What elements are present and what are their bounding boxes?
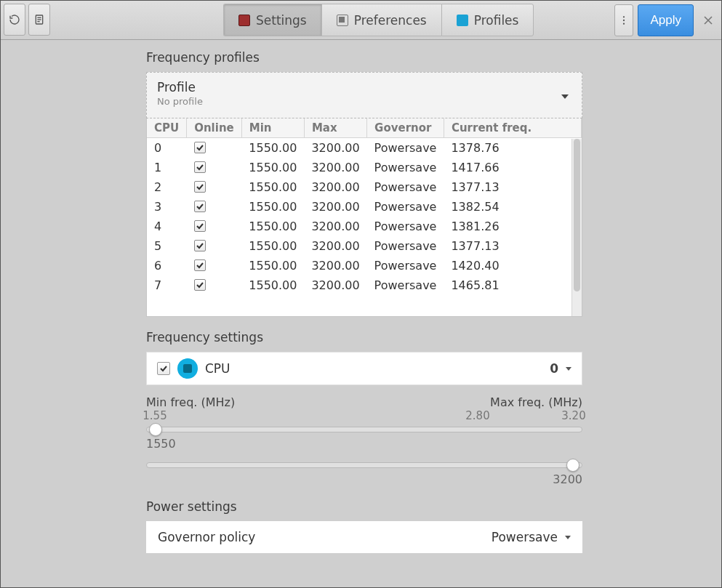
cell-max: 3200.00: [304, 256, 366, 275]
tab-label: Settings: [256, 13, 307, 28]
cpu-table-container: CPU Online Min Max Governor Current freq…: [146, 118, 582, 317]
check-icon: [196, 143, 204, 152]
check-icon: [196, 281, 204, 289]
cell-governor: Powersave: [367, 197, 444, 217]
col-cpu[interactable]: CPU: [147, 118, 187, 138]
cell-current: 1381.26: [444, 217, 581, 236]
notes-icon: [33, 14, 45, 25]
governor-policy-value: Powersave: [492, 530, 558, 544]
toolbar: Settings Preferences Profiles Apply: [1, 1, 721, 40]
cpu-spin-selector[interactable]: 0: [550, 361, 571, 376]
profiles-tab-icon: [457, 15, 468, 26]
min-freq-slider[interactable]: [146, 427, 582, 432]
enable-cpu-checkbox[interactable]: [157, 362, 170, 375]
online-checkbox[interactable]: [194, 240, 206, 251]
online-checkbox[interactable]: [194, 181, 206, 193]
profile-selector-value: No profile: [157, 96, 571, 107]
cell-online: [187, 177, 242, 197]
cell-min: 1550.00: [241, 177, 304, 197]
cell-min: 1550.00: [241, 197, 304, 217]
table-scrollbar[interactable]: [571, 139, 582, 316]
chevron-down-icon: [565, 536, 571, 539]
col-online[interactable]: Online: [187, 118, 242, 138]
cell-current: 1377.13: [444, 236, 581, 256]
col-max[interactable]: Max: [304, 118, 366, 138]
cpu-selector-row: CPU 0: [146, 352, 582, 385]
profile-selector[interactable]: Profile No profile: [146, 72, 582, 118]
col-min[interactable]: Min: [241, 118, 304, 138]
table-row[interactable]: 51550.003200.00Powersave1377.13: [147, 236, 582, 256]
cell-online: [187, 217, 242, 236]
cell-max: 3200.00: [304, 217, 366, 236]
cell-cpu: 1: [147, 158, 187, 177]
max-freq-slider[interactable]: [146, 462, 582, 468]
table-row[interactable]: 61550.003200.00Powersave1420.40: [147, 256, 582, 275]
cell-cpu: 6: [147, 256, 187, 275]
tab-profiles[interactable]: Profiles: [441, 4, 534, 36]
check-icon: [196, 222, 204, 230]
table-row[interactable]: 11550.003200.00Powersave1417.66: [147, 158, 582, 177]
cell-online: [187, 138, 242, 158]
tab-label: Preferences: [354, 13, 427, 28]
governor-policy-select[interactable]: Powersave: [492, 530, 571, 544]
min-freq-slider-thumb[interactable]: [149, 423, 162, 436]
table-row[interactable]: 01550.003200.00Powersave1378.76: [147, 138, 582, 158]
table-row[interactable]: 31550.003200.00Powersave1382.54: [147, 197, 582, 217]
section-title-frequency-profiles: Frequency profiles: [146, 50, 582, 65]
tick-mid: 2.80: [465, 409, 489, 422]
online-checkbox[interactable]: [194, 161, 206, 173]
cell-min: 1550.00: [241, 138, 304, 158]
tick-min: 1.55: [143, 409, 167, 422]
online-checkbox[interactable]: [194, 142, 206, 153]
table-row[interactable]: 71550.003200.00Powersave1465.81: [147, 275, 582, 295]
cell-min: 1550.00: [241, 236, 304, 256]
col-governor[interactable]: Governor: [367, 118, 444, 138]
cpu-spin-value: 0: [550, 361, 558, 376]
check-icon: [196, 241, 204, 250]
refresh-icon: [9, 14, 20, 25]
profile-selector-label: Profile: [157, 80, 571, 94]
max-freq-slider-thumb[interactable]: [566, 459, 579, 472]
online-checkbox[interactable]: [194, 279, 206, 291]
cell-min: 1550.00: [241, 256, 304, 275]
cell-cpu: 5: [147, 236, 187, 256]
check-icon: [196, 261, 204, 270]
tab-preferences[interactable]: Preferences: [321, 4, 441, 36]
online-checkbox[interactable]: [194, 201, 206, 212]
notes-button[interactable]: [28, 4, 50, 36]
cell-current: 1417.66: [444, 158, 581, 177]
main-tabs: Settings Preferences Profiles: [223, 4, 534, 36]
cell-online: [187, 236, 242, 256]
max-freq-label: Max freq. (MHz): [490, 395, 582, 409]
col-current[interactable]: Current freq.: [444, 118, 581, 138]
cell-min: 1550.00: [241, 158, 304, 177]
cell-cpu: 2: [147, 177, 187, 197]
cell-governor: Powersave: [367, 256, 444, 275]
cell-governor: Powersave: [367, 158, 444, 177]
cpu-selector-label: CPU: [205, 361, 230, 376]
apply-button[interactable]: Apply: [638, 4, 694, 36]
cell-governor: Powersave: [367, 217, 444, 236]
cell-online: [187, 197, 242, 217]
online-checkbox[interactable]: [194, 220, 206, 232]
cell-max: 3200.00: [304, 236, 366, 256]
governor-policy-row: Governor policy Powersave: [146, 521, 582, 553]
cell-cpu: 4: [147, 217, 187, 236]
table-row[interactable]: 21550.003200.00Powersave1377.13: [147, 177, 582, 197]
check-icon: [196, 163, 204, 172]
svg-point-6: [623, 23, 625, 24]
close-button[interactable]: [698, 4, 718, 36]
cell-current: 1465.81: [444, 275, 581, 295]
cell-governor: Powersave: [367, 236, 444, 256]
tab-settings[interactable]: Settings: [223, 4, 321, 36]
online-checkbox[interactable]: [194, 259, 206, 271]
refresh-button[interactable]: [4, 4, 25, 36]
cell-governor: Powersave: [367, 177, 444, 197]
scrollbar-thumb[interactable]: [574, 139, 580, 291]
more-button[interactable]: [614, 4, 633, 36]
cell-max: 3200.00: [304, 275, 366, 295]
table-row[interactable]: 41550.003200.00Powersave1381.26: [147, 217, 582, 236]
svg-point-4: [623, 16, 625, 17]
min-freq-value: 1550: [146, 437, 582, 451]
max-freq-value: 3200: [146, 472, 582, 486]
